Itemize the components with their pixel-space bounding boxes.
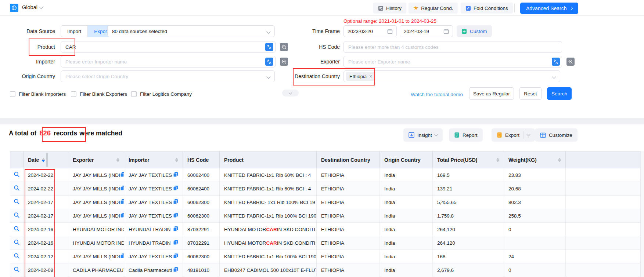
search-detail-icon[interactable] xyxy=(14,171,20,179)
sort-control[interactable] xyxy=(116,158,119,162)
search-detail-icon[interactable] xyxy=(14,185,20,192)
destination-country-cell: ETHIOPIA xyxy=(317,263,380,277)
table-row[interactable]: 2024-02-17JAY JAY MILLS (INDIJAY JAY TEX… xyxy=(10,196,640,209)
copy-icon[interactable] xyxy=(173,199,178,205)
product-cell: KNITTED FABRIC-1x1 Rib 60% BCI : 4 xyxy=(220,168,317,182)
copy-icon[interactable] xyxy=(173,172,178,178)
column-header-exporter[interactable]: Exporter xyxy=(68,151,124,168)
total-price-cell: 264,120 xyxy=(433,223,504,236)
data-sources-dropdown[interactable]: 80 data sources selected xyxy=(107,25,275,37)
copy-icon[interactable] xyxy=(173,185,178,192)
sort-control[interactable] xyxy=(496,158,499,162)
table-row[interactable]: 2024-02-08CADILA PHARMACEUTCadila Pharma… xyxy=(10,263,640,277)
copy-icon[interactable] xyxy=(173,267,178,273)
product-input[interactable] xyxy=(61,41,265,52)
advanced-search-button[interactable]: Advanced Search xyxy=(520,3,578,14)
exporter-input[interactable] xyxy=(344,56,552,67)
hs-code-input[interactable] xyxy=(344,41,562,52)
filter-checkbox-1[interactable]: Filter Blank Importers xyxy=(10,91,66,97)
insight-button[interactable]: Insight xyxy=(403,128,443,142)
translate-icon[interactable]: A xyxy=(552,58,560,66)
report-button[interactable]: Report xyxy=(449,128,483,142)
history-icon xyxy=(378,6,384,11)
translate-icon[interactable]: A xyxy=(265,58,273,66)
customize-icon xyxy=(540,132,546,138)
tutorial-demo-link[interactable]: Watch the tutorial demo xyxy=(411,92,463,97)
custom-range-button[interactable]: Custom xyxy=(457,25,492,37)
search-detail-icon[interactable] xyxy=(14,253,20,260)
copy-icon[interactable] xyxy=(173,226,178,233)
date-from-input[interactable]: 2023-03-20 xyxy=(343,25,397,37)
column-header-filler xyxy=(566,151,640,168)
history-button[interactable]: History xyxy=(373,3,406,14)
filter-checkbox-2[interactable]: Filter Blank Exporters xyxy=(71,91,127,97)
search-detail-icon[interactable] xyxy=(14,266,20,274)
sort-asc-caret-icon[interactable] xyxy=(175,158,178,160)
date-from-value: 2023-03-20 xyxy=(348,29,373,34)
sort-desc-caret-icon[interactable] xyxy=(175,160,178,162)
search-detail-icon[interactable] xyxy=(14,226,20,233)
translate-icon[interactable]: A xyxy=(265,43,273,51)
fold-conditions-button[interactable]: Fold Conditions xyxy=(461,3,513,14)
copy-icon[interactable] xyxy=(173,240,178,246)
table-row[interactable]: 2024-02-22JAY JAY MILLS (INDIJAY JAY TEX… xyxy=(10,168,640,182)
table-row[interactable]: 2024-02-16HYUNDAI MOTOR INDHYUNDAI TRADI… xyxy=(10,236,640,250)
exporter-cell: JAY JAY MILLS (INDI xyxy=(68,209,124,223)
collapse-panel-button[interactable] xyxy=(282,90,299,96)
sort-desc-caret-icon[interactable] xyxy=(496,160,499,162)
tag-remove-icon[interactable]: × xyxy=(369,74,372,79)
export-button-group[interactable]: Export xyxy=(492,128,535,142)
product-label: Product xyxy=(0,41,55,53)
table-row[interactable]: 2024-02-17JAY JAY MILLS (INDIJAY JAY TEX… xyxy=(10,209,640,223)
date-to-input[interactable]: 2024-03-19 xyxy=(400,25,453,37)
export-chevron-down-icon[interactable] xyxy=(527,133,530,136)
origin-country-select[interactable]: Please select Origin Country xyxy=(61,70,275,82)
sort-control[interactable] xyxy=(558,158,561,162)
sort-desc-caret-icon[interactable] xyxy=(42,160,45,162)
sort-desc-caret-icon[interactable] xyxy=(558,160,561,162)
copy-icon[interactable] xyxy=(120,199,124,205)
column-header-total-price-usd-[interactable]: Total Price(USD) xyxy=(433,151,504,168)
checkbox-icon[interactable] xyxy=(10,91,15,97)
sort-asc-caret-icon[interactable] xyxy=(116,158,119,160)
filter-checkbox-3[interactable]: Filter Logitics Company xyxy=(131,91,192,97)
customize-button[interactable]: Customize xyxy=(535,128,578,142)
copy-icon[interactable] xyxy=(120,253,124,260)
checkbox-icon[interactable] xyxy=(131,91,137,97)
search-button[interactable]: Search xyxy=(547,87,572,100)
copy-icon[interactable] xyxy=(173,253,178,260)
product-text: IN SKD CONDITI xyxy=(277,240,315,246)
table-row[interactable]: 2024-02-16HYUNDAI MOTOR INDHYUNDAI TRADI… xyxy=(10,223,640,236)
copy-icon[interactable] xyxy=(120,185,124,192)
app-logo[interactable] xyxy=(10,4,18,12)
sort-control[interactable] xyxy=(42,158,45,162)
save-as-regular-button[interactable]: Save as Regular xyxy=(469,87,514,100)
search-detail-icon[interactable] xyxy=(14,212,20,219)
sort-asc-caret-icon[interactable] xyxy=(558,158,561,160)
region-selector-label[interactable]: Global xyxy=(22,4,37,10)
regular-cond-button[interactable]: ★ Regular Cond. xyxy=(409,3,458,14)
region-chevron-down-icon[interactable] xyxy=(39,5,43,9)
table-vertical-scrollbar[interactable] xyxy=(640,151,644,277)
destination-country-select[interactable]: Ethiopia × xyxy=(343,70,560,82)
import-tab[interactable]: Import xyxy=(61,25,88,37)
sort-asc-caret-icon[interactable] xyxy=(496,158,499,160)
exact-match-toggle-icon[interactable] xyxy=(566,58,575,66)
sort-desc-caret-icon[interactable] xyxy=(116,160,119,162)
exporter-name: JAY JAY MILLS (INDI xyxy=(73,254,120,259)
copy-icon[interactable] xyxy=(120,172,124,178)
search-detail-icon[interactable] xyxy=(14,239,20,247)
column-header-weight-kg-[interactable]: Weight(KG) xyxy=(504,151,566,168)
checkbox-icon[interactable] xyxy=(71,91,76,97)
reset-button[interactable]: Reset xyxy=(519,87,542,100)
copy-icon[interactable] xyxy=(173,212,178,219)
table-row[interactable]: 2024-02-12JAY JAY MILLS (INDIJAY JAY TEX… xyxy=(10,250,640,263)
column-resize-handle[interactable] xyxy=(46,153,48,167)
search-detail-icon[interactable] xyxy=(14,198,20,206)
sort-control[interactable] xyxy=(175,158,178,162)
table-row[interactable]: 2024-02-22JAY JAY MILLS (INDIJAY JAY TEX… xyxy=(10,182,640,196)
importer-input[interactable] xyxy=(61,56,265,67)
copy-icon[interactable] xyxy=(120,212,124,219)
column-header-importer[interactable]: Importer xyxy=(124,151,183,168)
sort-asc-caret-icon[interactable] xyxy=(42,158,45,160)
